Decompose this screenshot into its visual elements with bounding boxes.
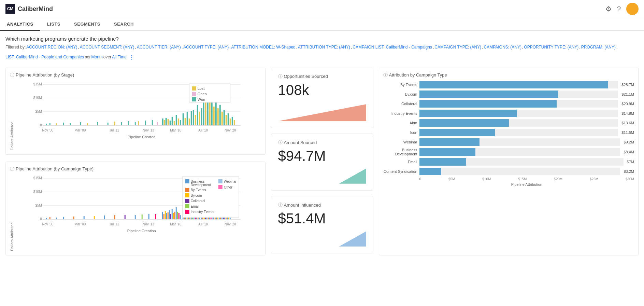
- filter-campaign-list[interactable]: CAMPAIGN LIST: CaliberMind - Campaigns: [353, 44, 432, 51]
- filter-opportunity-type[interactable]: OPPORTUNITY TYPE: (ANY): [524, 44, 578, 51]
- svg-rect-16: [97, 122, 98, 125]
- attribution-bars: By Events$28.7MBy.com$21.1MCollateral$20…: [383, 81, 634, 175]
- charts-left: ⓘ Pipeline Attribution (by Stage) Dollar…: [5, 68, 266, 255]
- svg-rect-20: [128, 121, 129, 125]
- per-value[interactable]: Month: [91, 54, 102, 61]
- attribution-bar-fill: [419, 110, 517, 117]
- svg-rect-39: [189, 119, 190, 125]
- svg-text:$10M: $10M: [33, 190, 42, 194]
- filter-attribution-model[interactable]: ATTRIBUTION MODEL: W-Shaped: [231, 44, 295, 51]
- filter-account-type[interactable]: ACCOUNT TYPE: (ANY): [183, 44, 229, 51]
- filter-campaigns[interactable]: CAMPAIGNS: (ANY): [484, 44, 521, 51]
- attribution-panel: ⓘ Attribution by Campaign Type By Events…: [379, 68, 639, 255]
- chart1-y-label: Dollars Attributed: [10, 81, 14, 150]
- amount-sourced-info-icon: ⓘ: [278, 139, 283, 145]
- svg-text:Jul '18: Jul '18: [198, 222, 208, 226]
- svg-rect-56: [224, 110, 225, 125]
- svg-text:Nov '06: Nov '06: [42, 222, 54, 226]
- svg-rect-59: [230, 119, 231, 125]
- svg-rect-71: [192, 86, 196, 91]
- svg-rect-13: [70, 123, 71, 125]
- svg-rect-36: [183, 113, 184, 125]
- chart2-wrapper: Dollars Attributed $15M $10M $5M: [10, 175, 261, 251]
- attribution-bar-track: [419, 110, 618, 117]
- svg-rect-73: [192, 92, 196, 96]
- attribution-bar-label: Content Syndication: [383, 169, 417, 173]
- user-avatar[interactable]: [626, 3, 639, 15]
- svg-rect-99: [155, 214, 156, 219]
- svg-rect-15: [87, 123, 88, 125]
- svg-rect-95: [125, 215, 126, 219]
- attribution-bar-row: Industry Events$14.8M: [383, 110, 634, 117]
- svg-rect-103: [166, 213, 167, 219]
- filter-bar: Filtered by: ACCOUNT REGION: (ANY) , ACC…: [5, 44, 639, 63]
- attribution-bar-value: $9.2M: [624, 140, 634, 144]
- metric-opportunities-label: ⓘ Opportunities Sourced: [278, 73, 366, 80]
- settings-icon[interactable]: ⚙: [605, 5, 612, 13]
- filter-account-tier[interactable]: ACCOUNT TIER: (ANY): [137, 44, 181, 51]
- attribution-bar-track: [419, 100, 618, 108]
- filter-attribution-type[interactable]: ATTRIBUTION TYPE: (ANY): [298, 44, 350, 51]
- over-value[interactable]: All Time: [112, 54, 127, 61]
- svg-text:$15M: $15M: [33, 176, 42, 180]
- chart-pipeline-by-campaign: ⓘ Pipeline Attribution (by Campaign Type…: [5, 162, 266, 255]
- logo-area: CM CaliberMind: [5, 4, 53, 14]
- attribution-bar-label: By Events: [383, 83, 417, 87]
- svg-rect-18: [114, 122, 115, 125]
- page-content: Which marketing programs generate the pi…: [0, 31, 644, 260]
- svg-text:By Events: By Events: [191, 188, 206, 192]
- svg-text:Nov '20: Nov '20: [225, 222, 236, 226]
- svg-rect-43: [197, 105, 198, 125]
- logo-icon: CM: [5, 4, 15, 14]
- svg-rect-41: [193, 110, 194, 125]
- svg-text:Mar '16: Mar '16: [170, 222, 181, 226]
- svg-rect-28: [166, 118, 167, 125]
- nav-bar: ANALYTICS LISTS SEGMENTS SEARCH: [0, 18, 644, 31]
- filter-list[interactable]: LIST: CaliberMind - People and Companies: [5, 54, 84, 61]
- filter-account-region[interactable]: ACCOUNT REGION: (ANY): [26, 44, 77, 51]
- svg-text:Mar '09: Mar '09: [74, 222, 86, 226]
- svg-text:Jul '11: Jul '11: [109, 222, 119, 226]
- svg-text:Webinar: Webinar: [224, 180, 237, 183]
- attribution-bar-value: $7M: [627, 160, 634, 164]
- per-label: per: [85, 54, 90, 61]
- svg-rect-9: [46, 124, 47, 125]
- amount-sourced-value: $94.7M: [278, 148, 366, 164]
- svg-text:Mar '16: Mar '16: [170, 128, 181, 132]
- filter-campaign-type[interactable]: CAMPAIGN TYPE: (ANY): [434, 44, 481, 51]
- svg-marker-175: [278, 104, 366, 121]
- svg-rect-27: [164, 120, 165, 125]
- attribution-bar-value: $14.8M: [621, 111, 634, 115]
- svg-rect-40: [191, 111, 192, 125]
- svg-rect-45: [201, 108, 202, 125]
- nav-analytics[interactable]: ANALYTICS: [0, 18, 40, 31]
- filter-more-icon[interactable]: ⋮: [129, 52, 135, 63]
- svg-text:Mar '09: Mar '09: [74, 128, 86, 132]
- svg-rect-14: [80, 122, 81, 125]
- attribution-bar-track: [419, 119, 618, 127]
- svg-rect-23: [145, 121, 146, 125]
- svg-text:By.com: By.com: [191, 194, 202, 197]
- chart2-container: $15M $10M $5M 0: [15, 175, 261, 251]
- chart-pipeline-by-stage: ⓘ Pipeline Attribution (by Stage) Dollar…: [5, 68, 266, 155]
- filter-program[interactable]: PROGRAM: (ANY): [581, 44, 616, 51]
- logo-text: CaliberMind: [18, 5, 53, 13]
- svg-rect-21: [135, 122, 136, 125]
- svg-rect-44: [199, 112, 200, 125]
- svg-rect-29: [168, 119, 169, 125]
- nav-segments[interactable]: SEGMENTS: [67, 18, 107, 31]
- svg-rect-75: [192, 97, 196, 101]
- opportunities-info-icon: ⓘ: [278, 73, 283, 80]
- help-icon[interactable]: ?: [617, 5, 621, 13]
- svg-rect-167: [185, 204, 189, 208]
- svg-marker-176: [339, 169, 366, 184]
- svg-text:Development: Development: [191, 183, 211, 187]
- opportunities-sparkline: [278, 101, 366, 122]
- filter-account-segment[interactable]: ACCOUNT SEGMENT: (ANY): [80, 44, 134, 51]
- svg-rect-34: [178, 119, 179, 125]
- nav-search[interactable]: SEARCH: [107, 18, 141, 31]
- nav-lists[interactable]: LISTS: [40, 18, 67, 31]
- svg-rect-101: [163, 214, 164, 219]
- metrics-center: ⓘ Opportunities Sourced 108k ⓘ Amount So…: [271, 68, 373, 255]
- attribution-bar-fill: [419, 148, 476, 156]
